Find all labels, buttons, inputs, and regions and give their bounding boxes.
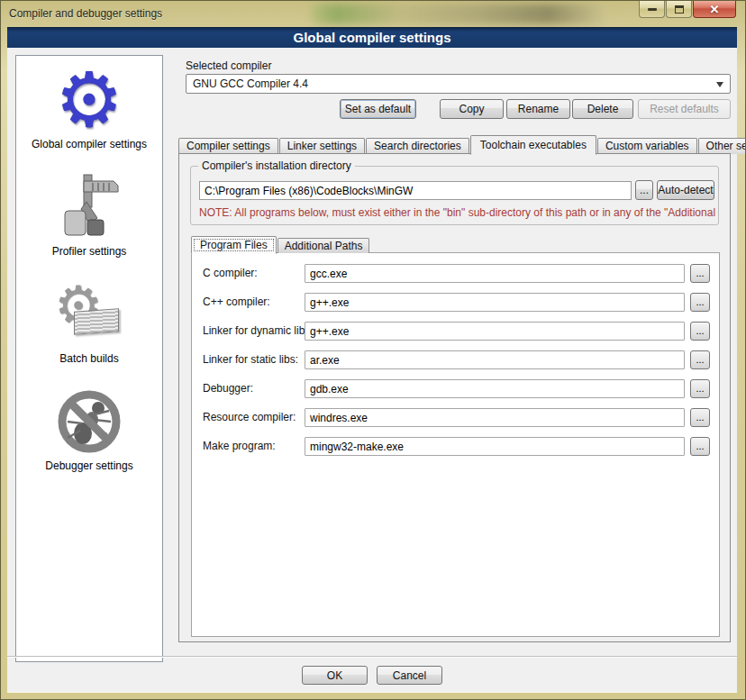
window-controls: ✕ <box>638 1 736 18</box>
field-row-debugger: Debugger: ... <box>192 379 719 398</box>
delete-button[interactable]: Delete <box>572 99 633 119</box>
tab-compiler-settings[interactable]: Compiler settings <box>178 138 278 154</box>
sidebar-item-label: Global compiler settings <box>32 138 147 150</box>
c-compiler-label: C compiler: <box>203 264 258 283</box>
selected-compiler-label: Selected compiler <box>186 59 271 72</box>
static-linker-browse-button[interactable]: ... <box>690 350 710 369</box>
bin-subdirectory-note: NOTE: All programs below, must exist eit… <box>199 206 717 219</box>
auto-detect-button[interactable]: Auto-detect <box>657 180 714 200</box>
footer-divider <box>7 656 737 658</box>
rename-button[interactable]: Rename <box>506 99 570 119</box>
maximize-button[interactable] <box>666 1 692 18</box>
installation-directory-label: Compiler's installation directory <box>198 159 355 172</box>
page-title: Global compiler settings <box>7 27 737 48</box>
toolchain-subtabs: Program Files Additional Paths <box>191 235 370 253</box>
compiler-select-value: GNU GCC Compiler 4.4 <box>193 77 308 90</box>
tab-custom-variables[interactable]: Custom variables <box>597 138 697 154</box>
close-button[interactable]: ✕ <box>693 1 736 18</box>
static-linker-label: Linker for static libs: <box>203 350 298 369</box>
make-program-input[interactable] <box>305 437 685 456</box>
make-program-browse-button[interactable]: ... <box>690 437 710 456</box>
subtab-additional-paths[interactable]: Additional Paths <box>277 238 370 253</box>
sidebar-item-label: Batch builds <box>59 352 118 365</box>
settings-category-list: ⚙ Global compiler settings Profiler sett… <box>15 55 163 662</box>
browse-directory-button[interactable]: ... <box>635 180 653 200</box>
ok-button[interactable]: OK <box>302 666 368 685</box>
dynamic-linker-browse-button[interactable]: ... <box>690 322 710 341</box>
chevron-down-icon <box>716 82 723 87</box>
resource-compiler-browse-button[interactable]: ... <box>690 408 710 427</box>
gear-stack-icon: ⚙ <box>54 279 124 350</box>
compiler-settings-window: Compiler and debugger settings ✕ Global … <box>0 0 746 700</box>
window-title: Compiler and debugger settings <box>9 7 162 20</box>
sidebar-item-batch-builds[interactable]: ⚙ Batch builds <box>54 279 124 365</box>
subtab-program-files[interactable]: Program Files <box>191 236 277 254</box>
maximize-icon <box>675 5 684 14</box>
sidebar-item-global-compiler-settings[interactable]: ⚙ Global compiler settings <box>32 65 147 150</box>
field-row-c-compiler: C compiler: ... <box>192 264 719 283</box>
resource-compiler-input[interactable] <box>305 408 685 427</box>
toolchain-executables-panel: Compiler's installation directory ... Au… <box>178 153 731 642</box>
c-compiler-input[interactable] <box>305 264 685 283</box>
titlebar[interactable]: Compiler and debugger settings ✕ <box>1 1 745 27</box>
set-as-default-button[interactable]: Set as default <box>340 99 416 119</box>
debugger-browse-button[interactable]: ... <box>690 379 710 398</box>
footer-buttons: OK Cancel <box>7 666 737 685</box>
field-row-cpp-compiler: C++ compiler: ... <box>192 293 719 312</box>
dynamic-linker-label: Linker for dynamic libs: <box>203 322 314 341</box>
field-row-static-linker: Linker for static libs: ... <box>192 350 719 369</box>
settings-tabstrip: Compiler settings Linker settings Search… <box>178 134 746 154</box>
reset-defaults-button: Reset defaults <box>638 99 731 119</box>
tab-search-directories[interactable]: Search directories <box>366 138 469 154</box>
cpp-compiler-browse-button[interactable]: ... <box>690 293 710 312</box>
copy-button[interactable]: Copy <box>440 99 504 119</box>
static-linker-input[interactable] <box>305 350 685 369</box>
c-compiler-browse-button[interactable]: ... <box>690 264 710 283</box>
sidebar-item-label: Profiler settings <box>52 245 127 258</box>
installation-directory-input[interactable] <box>199 181 632 200</box>
sidebar-item-debugger-settings[interactable]: Debugger settings <box>45 386 132 472</box>
close-icon: ✕ <box>710 3 720 16</box>
tab-toolchain-executables[interactable]: Toolchain executables <box>470 135 596 155</box>
no-bug-icon <box>54 386 124 457</box>
compiler-select[interactable]: GNU GCC Compiler 4.4 <box>186 74 731 94</box>
dynamic-linker-input[interactable] <box>305 322 685 341</box>
client-area: ⚙ Global compiler settings Profiler sett… <box>7 48 737 693</box>
resource-compiler-label: Resource compiler: <box>203 408 296 427</box>
minimize-button[interactable] <box>639 1 665 18</box>
caliper-icon <box>54 172 124 242</box>
debugger-input[interactable] <box>305 379 685 398</box>
field-row-resource-compiler: Resource compiler: ... <box>192 408 719 427</box>
sidebar-item-label: Debugger settings <box>45 459 132 472</box>
minimize-icon <box>648 8 657 11</box>
program-files-panel: C compiler: ... C++ compiler: ... Linker… <box>191 252 720 637</box>
field-row-make-program: Make program: ... <box>192 437 719 456</box>
cancel-button[interactable]: Cancel <box>377 666 442 685</box>
cpp-compiler-label: C++ compiler: <box>203 293 270 312</box>
tab-other-settings[interactable]: Other settings <box>698 138 746 154</box>
installation-directory-group: Compiler's installation directory ... Au… <box>190 166 719 225</box>
blurred-region <box>312 4 607 24</box>
make-program-label: Make program: <box>203 437 276 456</box>
sidebar-item-profiler-settings[interactable]: Profiler settings <box>52 172 127 258</box>
blue-gear-icon: ⚙ <box>54 65 124 135</box>
cpp-compiler-input[interactable] <box>305 293 685 312</box>
field-row-dynamic-linker: Linker for dynamic libs: ... <box>192 322 719 341</box>
debugger-label: Debugger: <box>203 379 253 398</box>
tab-linker-settings[interactable]: Linker settings <box>279 138 365 154</box>
